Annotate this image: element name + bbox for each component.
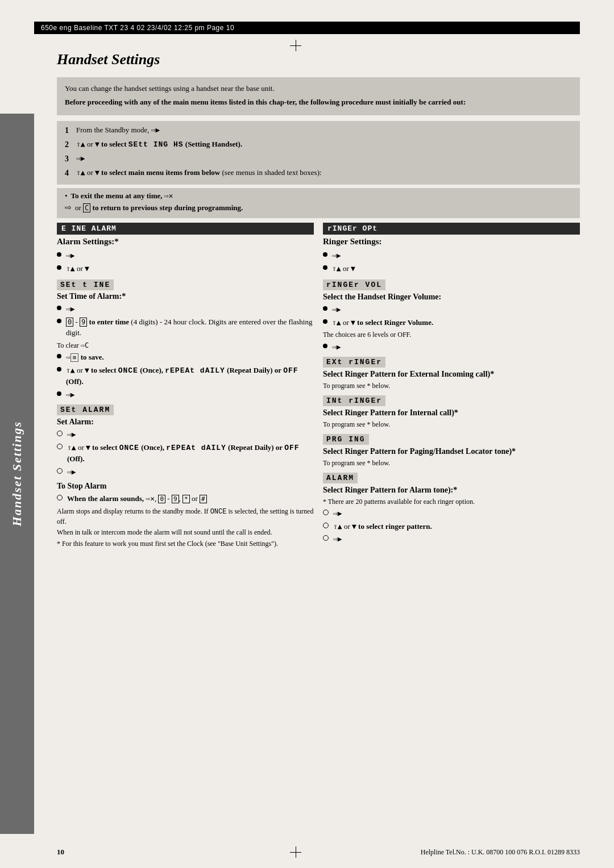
set-time-confirm: ⇨▶ [57, 389, 314, 400]
header-bar: 650e eng Baseline TXT 23 4 02 23/4/02 12… [34, 22, 580, 34]
footer: 10 Helpline Tel.No. : U.K. 08700 100 076… [57, 848, 580, 857]
int-ringer-section: Select Ringer Pattern for Internal call)… [323, 408, 580, 429]
int-ringer-title: Select Ringer Pattern for Internal call)… [323, 408, 580, 418]
ringer-settings-box: rINGEr OPt Ringer Settings: ⇨▶ ⇧▲ or ▼ [323, 223, 580, 274]
step-4: 4 ⇧▲ or ▼ to select main menu items from… [65, 167, 572, 179]
ringer-vol-list: ⇨▶ ⇧▲ or ▼ to select Ringer Volume. [323, 304, 580, 328]
alarm-ringer-header-wrap: ALARM [323, 473, 580, 483]
set-time-select: ⇧▲ or ▼ to select ONCE (Once), rEPEAt dA… [57, 365, 314, 387]
alarm-settings-list: ⇨▶ ⇧▲ or ▼ [57, 250, 314, 274]
step-1: 1 From the Standby mode, ⇨▶ [65, 124, 572, 136]
page-title: Handset Settings [57, 51, 580, 68]
bullet-return: ⇨ or C to return to previous step during… [65, 203, 572, 212]
ext-ringer-section: Select Ringer Pattern for External Incom… [323, 370, 580, 391]
step-3: 3 ⇨▶ [65, 153, 572, 165]
alarm-ringer-step-2: ⇧▲ or ▼ to select ringer pattern. [323, 521, 580, 532]
int-ringer-note: To program see * below. [323, 420, 580, 429]
stop-alarm-when: When the alarm sounds, ⇨✕, 0 - 9, * or # [57, 493, 314, 504]
header-text: 650e eng Baseline TXT 23 4 02 23/4/02 12… [41, 24, 234, 32]
left-column: E INE ALARM Alarm Settings:* ⇨▶ ⇧▲ or ▼ [57, 223, 314, 553]
two-col-layout: E INE ALARM Alarm Settings:* ⇨▶ ⇧▲ or ▼ [57, 223, 580, 553]
set-alarm-step-3: ⇨▶ [57, 466, 314, 478]
crosshair-bottom [290, 846, 301, 858]
alarm-ringer-title: Select Ringer Pattern for Alarm tone):* [323, 486, 580, 495]
paging-note: To program see * below. [323, 458, 580, 468]
clear-note: To clear ⇨C [57, 341, 314, 350]
stop-alarm-section: To Stop Alarm When the alarm sounds, ⇨✕,… [57, 482, 314, 549]
stop-alarm-title: To Stop Alarm [57, 482, 314, 491]
sidebar-label: Handset Settings [10, 421, 24, 526]
intro-line2: Before proceeding with any of the main m… [65, 97, 572, 108]
alarm-ringer-step-3: ⇨▶ [323, 533, 580, 545]
page: 650e eng Baseline TXT 23 4 02 23/4/02 12… [0, 0, 614, 868]
set-alarm-header-wrap: SEt ALARM [57, 404, 314, 415]
ringer-vol-section: Select the Handset Ringer Volume: ⇨▶ ⇧▲ … [323, 293, 580, 352]
step-2: 2 ⇧▲ or ▼ to select SEtt ING HS (Setting… [65, 139, 572, 151]
alarm-settings-box: E INE ALARM Alarm Settings:* ⇨▶ ⇧▲ or ▼ [57, 223, 314, 274]
ext-ringer-header-wrap: EXt rINGEr [323, 357, 580, 368]
alarm-ringer-list: ⇨▶ ⇧▲ or ▼ to select ringer pattern. ⇨▶ [323, 508, 580, 545]
set-time-section: Set Time of Alarm:* ⇨▶ 0 - 9 to enter ti… [57, 292, 314, 400]
paging-section: Select Ringer Pattern for Paging/Handset… [323, 447, 580, 468]
ringer-settings-title: Ringer Settings: [323, 237, 580, 247]
paging-title: Select Ringer Pattern for Paging/Handset… [323, 447, 580, 456]
ringer-vol-title: Select the Handset Ringer Volume: [323, 293, 580, 302]
set-alarm-section: Set Alarm: ⇨▶ ⇧▲ or ▼ to select ONCE (On… [57, 418, 314, 477]
ringer-vol-step-2: ⇧▲ or ▼ to select Ringer Volume. [323, 317, 580, 328]
intro-line1: You can change the handset settings usin… [65, 83, 572, 94]
set-time-list: ⇨▶ 0 - 9 to enter time (4 digits) - 24 h… [57, 303, 314, 339]
ringer-step-1: ⇨▶ [323, 250, 580, 261]
crosshair-top [290, 40, 301, 51]
set-alarm-list: ⇨▶ ⇧▲ or ▼ to select ONCE (Once), rEPEAt… [57, 429, 314, 477]
ringer-vol-note2: The choices are 6 levels or OFF. [323, 330, 580, 340]
ringer-vol-step-1: ⇨▶ [323, 304, 580, 315]
main-content: Handset Settings You can change the hand… [57, 45, 580, 834]
stop-desc1: Alarm stops and display returns to the s… [57, 507, 314, 527]
alarm-ringer-step-1: ⇨▶ [323, 508, 580, 519]
alarm-settings-header: E INE ALARM [57, 223, 314, 235]
set-alarm-title: Set Alarm: [57, 418, 314, 427]
set-time-step-1: ⇨▶ [57, 303, 314, 315]
alarm-step-1: ⇨▶ [57, 250, 314, 261]
set-alarm-step-2: ⇧▲ or ▼ to select ONCE (Once), rEPEAt dA… [57, 442, 314, 465]
ringer-settings-header: rINGEr OPt [323, 223, 580, 235]
set-alarm-step-1: ⇨▶ [57, 429, 314, 440]
right-column: rINGEr OPt Ringer Settings: ⇨▶ ⇧▲ or ▼ [323, 223, 580, 553]
ringer-vol-header-wrap: rINGEr VOL [323, 279, 580, 290]
ringer-settings-list: ⇨▶ ⇧▲ or ▼ [323, 250, 580, 274]
intro-bold: Before proceeding with any of the main m… [65, 98, 466, 106]
set-time-step-2: 0 - 9 to enter time (4 digits) - 24 hour… [57, 316, 314, 339]
paging-header-wrap: PRG ING [323, 434, 580, 445]
alarm-settings-title: Alarm Settings:* [57, 237, 314, 247]
ext-ringer-title: Select Ringer Pattern for External Incom… [323, 370, 580, 379]
stop-desc2: When in talk or intercom mode the alarm … [57, 528, 314, 537]
ringer-vol-list-2: ⇨▶ [323, 341, 580, 353]
ext-ringer-note: To program see * below. [323, 381, 580, 391]
ringer-step-2: ⇧▲ or ▼ [323, 263, 580, 274]
helpline: Helpline Tel.No. : U.K. 08700 100 076 R.… [421, 848, 580, 857]
left-sidebar: Handset Settings [0, 114, 34, 834]
alarm-header-text: E INE ALARM [61, 224, 117, 233]
set-time-title: Set Time of Alarm:* [57, 292, 314, 301]
numbered-steps: 1 From the Standby mode, ⇨▶ 2 ⇧▲ or ▼ to… [57, 121, 580, 185]
alarm-step-2: ⇧▲ or ▼ [57, 263, 314, 274]
ringer-vol-step-3: ⇨▶ [323, 341, 580, 353]
set-time-save: ⇨≡ to save. [57, 352, 314, 363]
stop-alarm-list: When the alarm sounds, ⇨✕, 0 - 9, * or # [57, 493, 314, 504]
intro-section: You can change the handset settings usin… [57, 77, 580, 115]
set-time-list-2: ⇨≡ to save. ⇧▲ or ▼ to select ONCE (Once… [57, 352, 314, 400]
footnote: * For this feature to work you must firs… [57, 539, 314, 549]
bullet-section: • To exit the menu at any time, ⇨✕ ⇨ or … [57, 188, 580, 218]
alarm-ringer-section: Select Ringer Pattern for Alarm tone):* … [323, 486, 580, 545]
bullet-exit: • To exit the menu at any time, ⇨✕ [65, 191, 572, 201]
int-ringer-header-wrap: INt rINGEr [323, 395, 580, 406]
set-time-header: SEt t INE [57, 279, 314, 290]
patterns-note: * There are 20 patterns available for ea… [323, 497, 580, 507]
footer-page-num: 10 [57, 848, 64, 857]
